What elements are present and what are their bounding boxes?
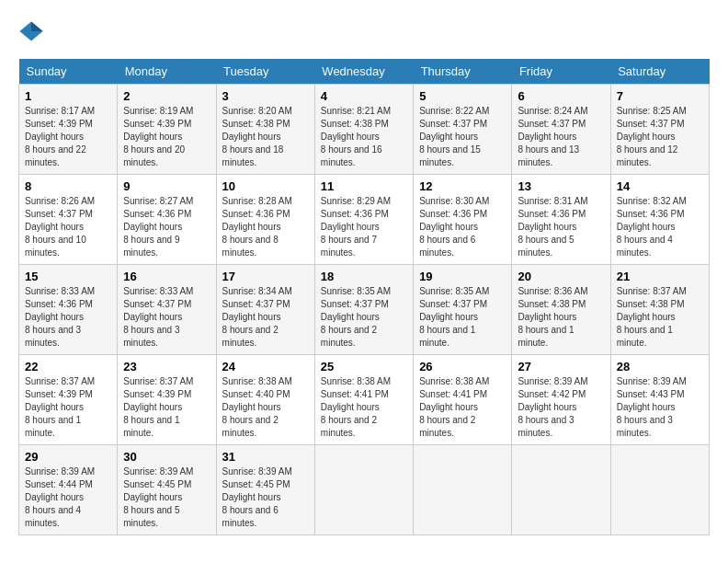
sunset-label: Sunset: 4:39 PM — [123, 119, 191, 129]
day-number: 20 — [518, 270, 604, 283]
sunrise-label: Sunrise: 8:39 AM — [518, 376, 587, 386]
day-number: 31 — [222, 450, 309, 464]
sunset-label: Sunset: 4:36 PM — [419, 209, 487, 219]
day-number: 14 — [617, 179, 703, 193]
day-number: 13 — [518, 179, 604, 193]
sunset-label: Sunset: 4:44 PM — [25, 479, 93, 489]
weekday-header: Monday — [118, 59, 216, 85]
daylight-label: Daylight hours — [419, 222, 478, 232]
sunrise-label: Sunrise: 8:29 AM — [321, 196, 391, 206]
day-number: 6 — [518, 89, 604, 103]
sunrise-label: Sunrise: 8:35 AM — [419, 286, 489, 296]
calendar-cell: 16 Sunrise: 8:33 AM Sunset: 4:37 PM Dayl… — [118, 265, 216, 355]
weekday-header: Sunday — [19, 59, 118, 85]
calendar-cell: 8 Sunrise: 8:26 AM Sunset: 4:37 PM Dayli… — [19, 175, 118, 265]
day-number: 7 — [617, 89, 703, 103]
day-info: Sunrise: 8:31 AM Sunset: 4:36 PM Dayligh… — [518, 195, 604, 259]
sunset-label: Sunset: 4:37 PM — [419, 119, 487, 129]
daylight-label: Daylight hours — [419, 312, 478, 322]
daylight-label: Daylight hours — [25, 312, 84, 322]
calendar-cell: 11 Sunrise: 8:29 AM Sunset: 4:36 PM Dayl… — [314, 175, 413, 265]
daylight-label: Daylight hours — [222, 312, 281, 322]
daylight-label: Daylight hours — [617, 132, 676, 142]
day-number: 10 — [222, 179, 309, 193]
sunset-label: Sunset: 4:36 PM — [617, 209, 685, 219]
day-info: Sunrise: 8:37 AM Sunset: 4:39 PM Dayligh… — [123, 375, 210, 440]
day-info: Sunrise: 8:21 AM Sunset: 4:38 PM Dayligh… — [321, 105, 407, 169]
calendar-cell: 19 Sunrise: 8:35 AM Sunset: 4:37 PM Dayl… — [414, 265, 512, 355]
day-info: Sunrise: 8:22 AM Sunset: 4:37 PM Dayligh… — [419, 105, 506, 169]
day-info: Sunrise: 8:39 AM Sunset: 4:45 PM Dayligh… — [123, 465, 210, 530]
day-number: 4 — [321, 89, 407, 103]
day-info: Sunrise: 8:19 AM Sunset: 4:39 PM Dayligh… — [123, 105, 210, 169]
weekday-header: Wednesday — [314, 59, 413, 85]
day-number: 16 — [123, 270, 210, 283]
sunset-label: Sunset: 4:37 PM — [321, 299, 389, 309]
calendar-cell — [610, 445, 709, 535]
calendar-cell: 18 Sunrise: 8:35 AM Sunset: 4:37 PM Dayl… — [314, 265, 413, 355]
day-number: 18 — [321, 270, 407, 283]
day-info: Sunrise: 8:37 AM Sunset: 4:38 PM Dayligh… — [617, 285, 703, 350]
calendar-cell: 20 Sunrise: 8:36 AM Sunset: 4:38 PM Dayl… — [512, 265, 610, 355]
daylight-value: 8 hours and 8 minutes. — [222, 235, 279, 258]
sunset-label: Sunset: 4:38 PM — [222, 119, 290, 129]
day-number: 8 — [25, 179, 111, 193]
calendar-cell: 23 Sunrise: 8:37 AM Sunset: 4:39 PM Dayl… — [118, 355, 216, 445]
daylight-value: 8 hours and 6 minutes. — [222, 505, 279, 528]
daylight-value: 8 hours and 1 minute. — [25, 415, 81, 438]
daylight-label: Daylight hours — [25, 492, 84, 502]
sunset-label: Sunset: 4:38 PM — [518, 299, 586, 309]
daylight-value: 8 hours and 2 minutes. — [321, 325, 377, 348]
calendar-cell: 14 Sunrise: 8:32 AM Sunset: 4:36 PM Dayl… — [610, 175, 709, 265]
daylight-label: Daylight hours — [25, 402, 84, 412]
day-number: 11 — [321, 179, 407, 193]
daylight-value: 8 hours and 1 minute. — [419, 325, 475, 348]
daylight-label: Daylight hours — [123, 222, 182, 232]
calendar-cell: 9 Sunrise: 8:27 AM Sunset: 4:36 PM Dayli… — [118, 175, 216, 265]
sunrise-label: Sunrise: 8:39 AM — [617, 376, 687, 386]
daylight-label: Daylight hours — [617, 222, 676, 232]
calendar-cell: 3 Sunrise: 8:20 AM Sunset: 4:38 PM Dayli… — [216, 85, 314, 175]
daylight-label: Daylight hours — [123, 312, 182, 322]
calendar-cell: 27 Sunrise: 8:39 AM Sunset: 4:42 PM Dayl… — [512, 355, 610, 445]
sunset-label: Sunset: 4:45 PM — [123, 479, 191, 489]
day-number: 28 — [617, 360, 703, 373]
day-number: 15 — [25, 270, 111, 283]
calendar-table: SundayMondayTuesdayWednesdayThursdayFrid… — [18, 59, 710, 535]
day-number: 12 — [419, 179, 506, 193]
sunrise-label: Sunrise: 8:32 AM — [617, 196, 687, 206]
daylight-label: Daylight hours — [222, 132, 281, 142]
calendar-cell: 17 Sunrise: 8:34 AM Sunset: 4:37 PM Dayl… — [216, 265, 314, 355]
daylight-value: 8 hours and 2 minutes. — [222, 415, 279, 438]
weekday-header: Friday — [512, 59, 610, 85]
calendar-cell: 12 Sunrise: 8:30 AM Sunset: 4:36 PM Dayl… — [414, 175, 512, 265]
day-info: Sunrise: 8:34 AM Sunset: 4:37 PM Dayligh… — [222, 285, 309, 350]
daylight-label: Daylight hours — [321, 312, 380, 322]
daylight-value: 8 hours and 15 minutes. — [419, 144, 481, 167]
day-number: 3 — [222, 89, 309, 103]
day-number: 2 — [123, 89, 210, 103]
calendar-cell: 10 Sunrise: 8:28 AM Sunset: 4:36 PM Dayl… — [216, 175, 314, 265]
daylight-label: Daylight hours — [419, 132, 478, 142]
daylight-label: Daylight hours — [321, 222, 380, 232]
sunset-label: Sunset: 4:36 PM — [25, 299, 93, 309]
daylight-value: 8 hours and 1 minute. — [518, 325, 574, 348]
day-info: Sunrise: 8:30 AM Sunset: 4:36 PM Dayligh… — [419, 195, 506, 259]
sunrise-label: Sunrise: 8:30 AM — [419, 196, 489, 206]
day-info: Sunrise: 8:35 AM Sunset: 4:37 PM Dayligh… — [419, 285, 506, 350]
daylight-value: 8 hours and 2 minutes. — [321, 415, 377, 438]
sunrise-label: Sunrise: 8:20 AM — [222, 106, 292, 116]
day-info: Sunrise: 8:39 AM Sunset: 4:43 PM Dayligh… — [617, 375, 703, 440]
day-info: Sunrise: 8:35 AM Sunset: 4:37 PM Dayligh… — [321, 285, 407, 350]
daylight-label: Daylight hours — [321, 132, 380, 142]
day-number: 9 — [123, 179, 210, 193]
daylight-value: 8 hours and 3 minutes. — [617, 415, 673, 438]
calendar-cell: 7 Sunrise: 8:25 AM Sunset: 4:37 PM Dayli… — [610, 85, 709, 175]
sunset-label: Sunset: 4:37 PM — [518, 119, 586, 129]
sunrise-label: Sunrise: 8:38 AM — [222, 376, 292, 386]
sunrise-label: Sunrise: 8:37 AM — [25, 376, 95, 386]
day-info: Sunrise: 8:17 AM Sunset: 4:39 PM Dayligh… — [25, 105, 111, 169]
calendar-cell: 24 Sunrise: 8:38 AM Sunset: 4:40 PM Dayl… — [216, 355, 314, 445]
calendar-cell: 6 Sunrise: 8:24 AM Sunset: 4:37 PM Dayli… — [512, 85, 610, 175]
calendar-cell: 1 Sunrise: 8:17 AM Sunset: 4:39 PM Dayli… — [19, 85, 118, 175]
